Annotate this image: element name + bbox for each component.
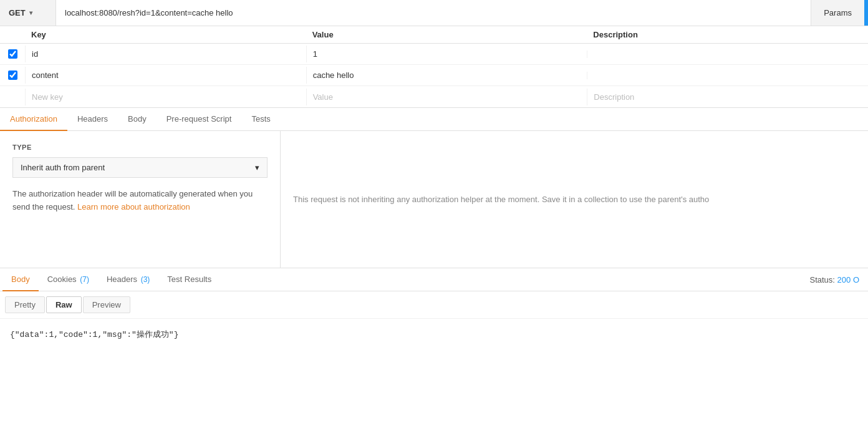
table-row: content cache hello (0, 65, 868, 86)
col-value: Value (306, 30, 587, 39)
res-tab-body[interactable]: Body (2, 268, 39, 291)
request-tabs: Authorization Headers Body Pre-request S… (0, 108, 868, 131)
new-desc-placeholder[interactable]: Description (587, 89, 868, 105)
format-tabs: Pretty Raw Preview (0, 291, 868, 319)
new-value-placeholder[interactable]: Value (306, 89, 587, 105)
url-input[interactable] (56, 0, 811, 26)
cookies-label: Cookies (47, 275, 77, 284)
learn-more-link[interactable]: Learn more about authorization (77, 202, 190, 212)
auth-type-dropdown[interactable]: Inherit auth from parent ▾ (12, 157, 268, 178)
tab-authorization[interactable]: Authorization (0, 108, 67, 131)
row-key[interactable]: id (25, 46, 306, 62)
tab-headers[interactable]: Headers (67, 108, 118, 131)
auth-left-panel: TYPE Inherit auth from parent ▾ The auth… (0, 131, 281, 268)
tab-pre-request-script[interactable]: Pre-request Script (157, 108, 242, 131)
row-checkbox-cell (0, 71, 25, 80)
res-tab-headers[interactable]: Headers (3) (98, 268, 158, 291)
url-bar: GET ▾ Params (0, 0, 868, 26)
method-selector[interactable]: GET ▾ (0, 0, 56, 26)
auth-inherit-message: This request is not inheriting any autho… (293, 143, 709, 207)
params-table: Key Value Description id 1 content cache… (0, 26, 868, 108)
status-label: Status: (809, 275, 834, 285)
headers-label: Headers (107, 275, 137, 284)
auth-dropdown-value: Inherit auth from parent (21, 163, 105, 172)
col-description: Description (587, 30, 868, 39)
dropdown-chevron-icon: ▾ (255, 163, 259, 172)
row-checkbox[interactable] (8, 49, 17, 59)
headers-badge: (3) (141, 275, 150, 284)
new-key-placeholder[interactable]: New key (25, 89, 306, 105)
format-tab-raw[interactable]: Raw (46, 296, 82, 313)
send-button[interactable] (864, 0, 868, 26)
tab-tests[interactable]: Tests (241, 108, 280, 131)
response-body-text: {"data":1,"code":1,"msg":"操作成功"} (10, 330, 178, 339)
params-new-row: New key Value Description (0, 86, 868, 107)
auth-note: The authorization header will be automat… (12, 188, 268, 214)
res-tab-cookies[interactable]: Cookies (7) (39, 268, 98, 291)
params-header: Key Value Description (0, 26, 868, 44)
response-status-area: Status: 200 O (809, 275, 866, 285)
row-value[interactable]: 1 (306, 46, 587, 62)
response-body: {"data":1,"code":1,"msg":"操作成功"} (0, 319, 868, 369)
tab-body[interactable]: Body (118, 108, 157, 131)
method-label: GET (9, 8, 26, 17)
row-checkbox-cell (0, 49, 25, 59)
auth-type-label: TYPE (12, 143, 268, 151)
row-description[interactable] (587, 51, 868, 58)
auth-right-panel: This request is not inheriting any autho… (281, 131, 868, 268)
params-button[interactable]: Params (811, 0, 864, 26)
row-key[interactable]: content (25, 67, 306, 84)
format-tab-pretty[interactable]: Pretty (5, 296, 45, 313)
row-description[interactable] (587, 72, 868, 79)
res-tab-test-results[interactable]: Test Results (158, 268, 220, 291)
row-value[interactable]: cache hello (306, 67, 587, 84)
col-checkbox (0, 30, 25, 39)
status-value: 200 O (837, 275, 859, 285)
response-tabs: Body Cookies (7) Headers (3) Test Result… (0, 268, 868, 291)
auth-section: TYPE Inherit auth from parent ▾ The auth… (0, 131, 868, 268)
cookies-badge: (7) (80, 275, 89, 284)
col-key: Key (25, 30, 306, 39)
format-tab-preview[interactable]: Preview (83, 296, 130, 313)
chevron-down-icon: ▾ (29, 9, 32, 16)
row-checkbox[interactable] (8, 71, 17, 80)
table-row: id 1 (0, 44, 868, 65)
